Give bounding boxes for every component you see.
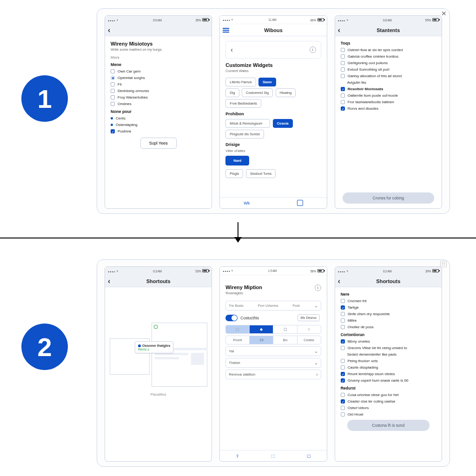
checkbox-row[interactable]: Posfnne <box>111 129 206 134</box>
select-row[interactable]: Thetsh⌄ <box>225 358 321 368</box>
segment[interactable]: ◆ <box>250 325 273 333</box>
checkbox-icon <box>111 129 115 133</box>
tab-icon[interactable] <box>297 200 303 206</box>
back-icon[interactable]: ‹ <box>108 26 110 34</box>
tab-icon[interactable]: ▢ <box>307 454 311 458</box>
back-icon[interactable]: ‹ <box>231 46 233 53</box>
chip-button[interactable]: Blv Desrus <box>298 314 320 321</box>
chip-button[interactable]: Hluatng <box>276 88 296 97</box>
chip[interactable]: Post <box>293 304 300 308</box>
back-icon[interactable]: ‹ <box>338 277 340 285</box>
back-icon[interactable]: ‹ <box>338 26 340 34</box>
chip-button-primary[interactable]: Cosuia <box>273 119 293 128</box>
chip[interactable]: Tre Bosis <box>229 304 243 308</box>
checkbox-row[interactable]: Oatterrile tiom poste ool'mocte <box>341 93 436 98</box>
checkbox-row[interactable]: Sinfe clism dry respoicble <box>341 311 436 317</box>
close-icon[interactable]: □ <box>440 261 447 267</box>
info-icon[interactable]: i <box>315 284 321 291</box>
checkbox-row[interactable]: Resoltoir Montosats <box>341 86 436 92</box>
option-label: Avigutin fes <box>347 80 366 85</box>
cta-button[interactable]: Custona lh is sond <box>347 420 430 431</box>
checkbox-row[interactable]: Peing thodorr octs <box>341 358 436 364</box>
menu-icon[interactable] <box>223 28 229 33</box>
checkbox-row[interactable]: Bibny orveles <box>341 339 436 344</box>
info-icon[interactable]: i <box>310 46 316 53</box>
screen-body: Ossome thatgles Rems s Pausillios <box>105 287 212 461</box>
checkbox-row[interactable]: Own Car gem <box>111 69 206 74</box>
chip-button[interactable]: Litento Famos <box>225 78 256 86</box>
checkbox-row[interactable]: Onotke de poss <box>341 324 436 330</box>
checkbox-row[interactable]: Fror tashwanellootis batinen <box>341 99 436 105</box>
checkbox-row[interactable]: Tartige <box>341 305 436 310</box>
segment[interactable]: 19 <box>250 336 273 344</box>
segmented-control: ⬚ ◆ ▢ ☆ <box>225 325 321 334</box>
radio-row[interactable]: Operintal sorghs <box>111 75 206 80</box>
chip[interactable]: Porr Urisnms <box>258 304 278 308</box>
chip-button[interactable]: Pisgis <box>225 169 243 178</box>
screen-body: Toqs Ostmirl flow ar six ler spre corded… <box>335 36 442 208</box>
chip-button[interactable]: Dig <box>225 88 239 97</box>
option-label: Froy Warsertoibes <box>118 95 148 100</box>
checkbox-icon <box>341 106 345 111</box>
bullet-row[interactable]: Ostemiapling <box>111 122 206 127</box>
tab-icon[interactable]: ⇪ <box>236 454 239 458</box>
checkbox-row[interactable]: Gertigioning ood polions <box>341 60 436 66</box>
next-button[interactable]: Nard <box>225 156 249 165</box>
chip-button[interactable]: Frve Bedbestants <box>225 99 261 108</box>
screen-body: Wireny Misiotoys Write some mailired on … <box>105 36 212 208</box>
select-row[interactable]: Yal⌄ <box>225 346 321 356</box>
segment[interactable]: ▢ <box>273 325 297 333</box>
toggle-switch[interactable] <box>225 315 238 321</box>
step-1-badge: 1 <box>21 75 68 122</box>
segment[interactable]: Bo <box>273 336 297 344</box>
checkbox-icon <box>341 339 345 344</box>
checkbox-row[interactable]: Oid Hroel <box>341 412 436 417</box>
checkbox-row[interactable]: Greonrs Vilise bé thi ceing unsied to <box>341 345 436 350</box>
checkbox-row[interactable]: Cosa uricnise clese goo for het <box>341 392 436 397</box>
checkbox-row[interactable]: Grueny ospert hum snask carte is 00 <box>341 378 436 383</box>
segment[interactable]: ☆ <box>298 325 321 333</box>
chevron-down-icon[interactable]: ⌄ <box>314 303 318 308</box>
option-label: Cncmen fnt <box>348 298 367 304</box>
chip-button-primary[interactable]: Sawn <box>258 78 276 86</box>
checkbox-row[interactable]: Casrte dissplading <box>341 365 436 370</box>
chip-button[interactable]: Sissburl Toms <box>246 169 276 178</box>
select-row[interactable]: Rennva slatition› <box>225 370 321 379</box>
checkbox-row[interactable]: Ceader clse ler coling caetse <box>341 399 436 404</box>
submit-button[interactable]: Sopl Yees <box>140 138 177 149</box>
checkbox-row[interactable]: Rriont lernbhipp sison clictes <box>341 371 436 377</box>
segment[interactable]: ⬚ <box>226 325 250 333</box>
group-label: Cortontioran <box>341 332 436 337</box>
checkbox-row[interactable]: Extoof Sonrothing sit port <box>341 67 436 72</box>
checkbox-row[interactable]: Galvisk croffee cmirien trontios <box>341 54 436 59</box>
chip-button[interactable]: Pirigsotd dis Sorest <box>225 130 264 139</box>
option-label: Ostsrr'obtors <box>348 405 369 410</box>
checkbox-row[interactable]: Miltre <box>341 318 436 323</box>
checkbox-row[interactable]: Denbloing ormores <box>111 88 206 93</box>
checkbox-row[interactable]: Fil <box>111 82 206 87</box>
chip-button[interactable]: Mrluk & Remongsom <box>225 119 270 128</box>
segment[interactable]: Roetr <box>226 336 250 344</box>
screen-body: Nere Cncmen fnt Tartige Sinfe clism dry … <box>335 287 442 461</box>
status-battery-pct: 52% <box>195 270 201 273</box>
tab-icon[interactable]: ⬚ <box>271 454 275 458</box>
checkbox-icon <box>111 95 115 99</box>
cta-button[interactable]: Crones for cobing <box>343 192 434 204</box>
checkbox-row[interactable]: Ganisy allocation of this ail stond <box>341 73 436 79</box>
segment[interactable]: Ceatis <box>298 336 321 344</box>
wifi-icon: ᯤ <box>116 19 119 22</box>
checkbox-row[interactable]: Ostsrr'obtors <box>341 405 436 410</box>
back-icon[interactable]: ‹ <box>108 277 110 285</box>
checkbox-row[interactable]: Onstnes <box>111 101 206 106</box>
checkbox-row[interactable]: Rorvs and dlusdes <box>341 106 436 111</box>
close-icon[interactable]: ✕ <box>441 10 447 17</box>
chip-button[interactable]: Costommd Sig <box>242 88 273 97</box>
bullet-row[interactable]: Cents <box>111 116 206 121</box>
wifi-icon: ᯤ <box>231 18 234 21</box>
tab-bar: ⇪ ⬚ ▢ <box>220 450 326 461</box>
tab-item[interactable]: Wk <box>244 201 250 205</box>
checkbox-row[interactable]: Froy Warsertoibes <box>111 95 206 100</box>
checkbox-row[interactable]: Ostmirl flow ar six ler spre corded <box>341 47 436 53</box>
segmented-control: Roetr 19 Bo Ceatis <box>225 336 321 344</box>
checkbox-row[interactable]: Cncmen fnt <box>341 298 436 304</box>
